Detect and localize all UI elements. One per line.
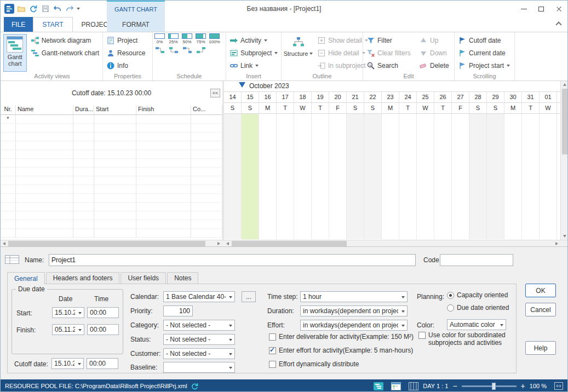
scroll-down-icon[interactable]	[561, 233, 568, 240]
scroll-up-icon[interactable]	[561, 81, 568, 88]
help-button[interactable]: Help	[525, 341, 556, 355]
priority-input[interactable]	[163, 305, 193, 316]
link-type-3-icon[interactable]	[182, 47, 192, 54]
capacity-oriented-radio[interactable]: Capacity oriented	[447, 291, 508, 299]
progress-0-button[interactable]: 0%	[153, 32, 167, 44]
up-button[interactable]: Up	[417, 34, 451, 46]
project-start-button[interactable]: Project start	[456, 60, 512, 71]
gantt-column[interactable]	[399, 114, 417, 239]
cutoff-date-select[interactable]: 15.10.23	[51, 358, 84, 369]
gantt-column[interactable]	[312, 114, 329, 239]
gantt-column[interactable]	[487, 114, 504, 239]
table-row[interactable]	[1, 168, 222, 176]
sync-icon[interactable]	[27, 3, 39, 15]
zoom-slider[interactable]	[462, 385, 517, 387]
deliverable-checkbox[interactable]: Enter deliverable for activity(Example: …	[269, 333, 414, 341]
use-color-checkbox[interactable]: Use color for subordinated subprojects a…	[418, 331, 517, 347]
table-column-header-3[interactable]: Start	[94, 105, 136, 115]
open-folder-icon[interactable]	[15, 3, 27, 15]
refresh-pool-icon[interactable]	[191, 382, 199, 390]
table-row[interactable]	[1, 229, 222, 238]
project-properties-button[interactable]: Project	[105, 34, 147, 46]
due-date-oriented-radio[interactable]: Due date oriented	[447, 304, 509, 312]
table-row[interactable]	[1, 211, 222, 220]
table-horizontal-scrollbar[interactable]	[1, 240, 222, 246]
table-column-header-1[interactable]: Name	[16, 105, 73, 115]
tab-start[interactable]: START	[33, 17, 72, 32]
gantt-chart-button[interactable]: Gantt chart	[3, 34, 27, 72]
gantt-column[interactable]	[224, 114, 242, 239]
network-diagram-button[interactable]: Network diagram	[29, 34, 101, 46]
app-icon[interactable]	[3, 3, 15, 15]
gantt-column[interactable]	[329, 114, 347, 239]
link-type-1-icon[interactable]	[155, 47, 165, 54]
tab-general[interactable]: General	[7, 272, 45, 284]
gantt-view-icon[interactable]	[374, 382, 383, 390]
table-row[interactable]	[1, 176, 222, 185]
delete-button[interactable]: Delete	[417, 60, 451, 71]
finish-time-field[interactable]: 00:00	[87, 324, 119, 335]
color-select[interactable]: Automatic color	[447, 319, 506, 330]
gantt-horizontal-scrollbar[interactable]	[224, 240, 560, 246]
table-scroll-thumb[interactable]	[8, 241, 205, 246]
zoom-in-button[interactable]: +	[521, 382, 525, 390]
tab-notes[interactable]: Notes	[167, 272, 198, 284]
structure-button[interactable]: Structure	[283, 34, 313, 72]
gantt-scroll-right-icon[interactable]	[553, 240, 560, 247]
progress-25-button[interactable]: 25%	[167, 32, 180, 44]
finish-date-select[interactable]: 05.11.23	[52, 324, 84, 335]
insert-subproject-button[interactable]: Subproject	[228, 47, 279, 59]
scroll-right-icon[interactable]	[215, 240, 222, 247]
table-row[interactable]	[1, 194, 222, 203]
link-type-2-icon[interactable]	[169, 47, 179, 54]
filter-button[interactable]: Filter	[365, 34, 415, 46]
insert-activity-button[interactable]: Activity	[228, 34, 279, 46]
gantt-column[interactable]	[452, 114, 469, 239]
gantt-column[interactable]	[347, 114, 364, 239]
undo-icon[interactable]	[51, 3, 64, 15]
scroll-left-icon[interactable]	[1, 240, 8, 247]
clear-filters-button[interactable]: Clear filters	[365, 47, 415, 59]
baseline-select[interactable]	[163, 362, 235, 373]
vertical-scroll-thumb[interactable]	[562, 89, 568, 154]
project-start-marker-icon[interactable]	[239, 82, 245, 88]
table-row[interactable]	[1, 141, 222, 150]
table-row[interactable]	[1, 159, 222, 168]
tab-user-fields[interactable]: User fields	[121, 272, 166, 284]
cancel-button[interactable]: Cancel	[525, 303, 556, 316]
save-icon[interactable]	[39, 3, 51, 15]
table-row[interactable]	[1, 220, 222, 229]
gantt-column[interactable]	[259, 114, 277, 239]
gantt-column[interactable]	[504, 114, 522, 239]
gantt-column[interactable]	[417, 114, 434, 239]
progress-75-button[interactable]: 75%	[194, 32, 208, 44]
tab-headers-and-footers[interactable]: Headers and footers	[46, 272, 120, 284]
gantt-network-chart-button[interactable]: Gantt-network chart	[29, 47, 101, 59]
table-column-header-0[interactable]: Nr.	[1, 105, 16, 115]
redo-icon[interactable]	[64, 3, 76, 15]
gantt-column[interactable]	[382, 114, 399, 239]
effort-checkbox[interactable]: Enter effort for activity(Example: 5 man…	[269, 347, 413, 354]
search-button[interactable]: Search	[365, 60, 415, 71]
zoom-slider-thumb[interactable]	[492, 383, 496, 390]
gantt-column[interactable]	[540, 114, 557, 239]
down-button[interactable]: Down	[417, 47, 451, 59]
category-select[interactable]: - Not selected -	[163, 320, 235, 331]
gantt-column[interactable]	[522, 114, 540, 239]
status-select[interactable]: - Not selected -	[163, 334, 235, 345]
ok-button[interactable]: OK	[525, 284, 556, 297]
time-step-select[interactable]: 1 hour	[300, 291, 408, 302]
duration-select[interactable]: in workdays(dependent on project c	[300, 305, 408, 316]
effort-select[interactable]: in workdays(dependent on project c	[300, 320, 408, 331]
zoom-out-button[interactable]: −	[452, 382, 457, 390]
table-row[interactable]	[1, 185, 222, 194]
collapse-table-button[interactable]: <<	[210, 89, 220, 97]
insert-link-button[interactable]: Link	[228, 60, 279, 71]
customer-select[interactable]: - Not selected -	[163, 348, 235, 359]
gantt-column[interactable]	[294, 114, 312, 239]
table-row[interactable]	[1, 124, 222, 132]
timescale-view-icon[interactable]	[409, 382, 418, 390]
close-button[interactable]	[550, 1, 567, 17]
fit-view-icon[interactable]	[554, 382, 564, 390]
calendar-select[interactable]: 1 Base Calendar 40-hou	[163, 291, 235, 302]
